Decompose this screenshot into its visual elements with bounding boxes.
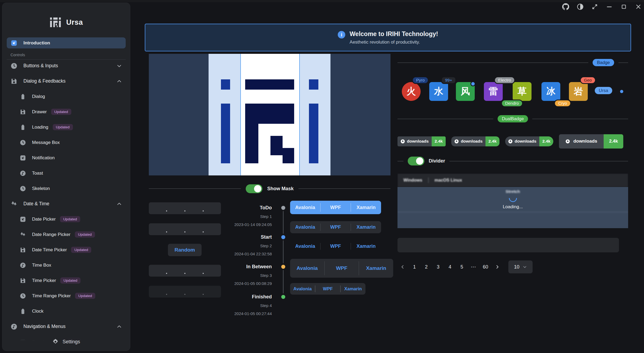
download-label: downloads [515,139,536,144]
updated-badge: Updated [60,216,80,222]
xamarin-button[interactable]: Xamarin [351,241,381,252]
page-4[interactable]: 4 [445,261,455,273]
download-label: downloads [461,139,483,144]
download-icon [400,139,405,144]
page-next-icon[interactable] [492,261,502,273]
sidebar-item-buttons-inputs[interactable]: Buttons & Inputs [7,60,126,71]
close-icon[interactable] [634,3,642,11]
badge-pill-pyro: Pyro [412,76,429,84]
avalonia-button[interactable]: Avalonia [290,221,320,233]
wpf-button[interactable]: WPF [321,241,351,252]
window-controls [562,3,642,11]
step-connector [283,211,284,234]
step-time: 2023-01-14 09:24:05 [207,222,272,227]
sidebar-item-label: Date Range Picker [32,232,71,237]
wpf-button[interactable]: WPF [321,221,351,233]
page-last[interactable]: 60 [480,261,491,273]
sidebar-item-label: Loading [32,125,48,130]
divider-demo-row: Divider [397,157,628,165]
sidebar-item-toast[interactable]: Toast [7,168,126,179]
sidebar-item-time-range-picker[interactable]: Time Range PickerUpdated [7,290,126,301]
github-icon[interactable] [562,3,570,11]
logo-dot-right [309,79,318,90]
loading-panel: Windows macOS Linux Stretch Loading... [397,174,628,228]
step-label: Step 1 [207,214,272,219]
sidebar-item-introduction[interactable]: Introduction [7,37,126,48]
note-arrow-icon [20,155,26,161]
random-button[interactable]: Random [168,244,202,256]
download-icon [508,139,513,144]
sidebar-item-dialog-feedbacks[interactable]: Dialog & Feedbacks [7,76,126,87]
settings-label: Settings [62,339,80,345]
avalonia-button[interactable]: Avalonia [290,283,315,295]
sidebar-item-navigation-menus[interactable]: Navigation & Menus [7,321,126,332]
theme-toggle-icon[interactable] [576,3,584,11]
show-mask-toggle[interactable] [246,184,262,193]
sidebar-item-time-box[interactable]: Time Box [7,260,126,271]
wpf-button[interactable]: WPF [321,201,351,214]
button-group-1: AvaloniaWPFXamarin [290,201,381,214]
banner-subtitle: Aesthetic revolution of productivity. [350,40,438,45]
sidebar-item-dialog[interactable]: Dialog [7,91,126,102]
avalonia-button[interactable]: Avalonia [290,259,324,278]
wpf-button[interactable]: WPF [315,283,340,295]
sidebar-item-skeleton[interactable]: Skeleton [7,183,126,194]
sidebar-item-label: Date Picker [32,217,56,222]
wpf-button[interactable]: WPF [325,259,359,278]
logo-r-leg [283,148,294,163]
empty-input-bar[interactable] [397,238,619,252]
sidebar-item-date-time[interactable]: Date & Time [7,198,126,209]
badge-pill-geo: Geo [580,76,596,84]
minimize-icon[interactable] [605,3,613,11]
page-2[interactable]: 2 [421,261,431,273]
button-group-5: AvaloniaWPFXamarin [290,283,365,295]
tab-macos-linux[interactable]: macOS Linux [429,178,468,183]
xamarin-button[interactable]: Xamarin [341,283,365,295]
button-group-4: AvaloniaWPFXamarin [290,259,393,278]
sidebar-item-date-range-picker[interactable]: Date Range PickerUpdated [7,229,126,240]
floppy-icon [20,247,26,253]
sidebar-item-drawer[interactable]: DrawerUpdated [7,106,126,117]
xamarin-button[interactable]: Xamarin [351,221,381,233]
avalonia-button[interactable]: Avalonia [290,241,320,252]
sidebar-item-label: Message Box [32,140,60,145]
download-icon [565,139,570,144]
logo-bar-right [309,104,318,163]
divider-line [149,188,241,189]
sidebar-item-label: Time Box [32,263,51,268]
step-time: 2024-01-05 00:27:44 [207,311,272,316]
sidebar-item-label: Time Picker [32,278,56,283]
page-1[interactable]: 1 [409,261,420,273]
settings-button[interactable]: Settings [2,333,130,351]
badge-lone-dot [620,90,623,93]
step-dot [281,265,285,269]
page-3[interactable]: 3 [433,261,443,273]
maximize-icon[interactable] [620,3,628,11]
sidebar-item-time-picker[interactable]: Time PickerUpdated [7,275,126,286]
section-divider [7,59,126,60]
page-prev-icon[interactable] [397,261,408,273]
page-5[interactable]: 5 [457,261,467,273]
download-badge-1: downloads2.4k [397,136,446,146]
steps-timeline: ToDoStep 12023-01-14 09:24:05StartStep 2… [207,200,293,313]
sidebar-item-date-picker[interactable]: Date PickerUpdated [7,214,126,225]
resize-icon[interactable] [591,3,599,11]
divider-toggle[interactable] [408,157,424,165]
xamarin-button[interactable]: Xamarin [351,201,381,214]
sidebar-item-notification[interactable]: Notification [7,152,126,163]
sidebar-item-clock[interactable]: Clock [7,306,126,317]
sidebar-item-loading[interactable]: LoadingUpdated [7,122,126,133]
sidebar-item-message-box[interactable]: Message Box [7,137,126,148]
badge-pill-ursa: Ursa [595,87,612,94]
badge-divider: Badge [397,59,628,66]
sidebar-item-date-time-picker[interactable]: Date Time PickerUpdated [7,244,126,255]
page-size-select[interactable]: 10 [508,260,533,273]
badge-demo-dot: 风 [456,82,475,101]
tab-windows[interactable]: Windows [397,178,428,183]
badge-dot [470,81,476,86]
xamarin-button[interactable]: Xamarin [359,259,393,278]
avalonia-button[interactable]: Avalonia [290,201,320,214]
sidebar-item-label: Drawer [32,109,47,115]
divider-line [298,188,390,189]
music-icon [20,262,26,269]
